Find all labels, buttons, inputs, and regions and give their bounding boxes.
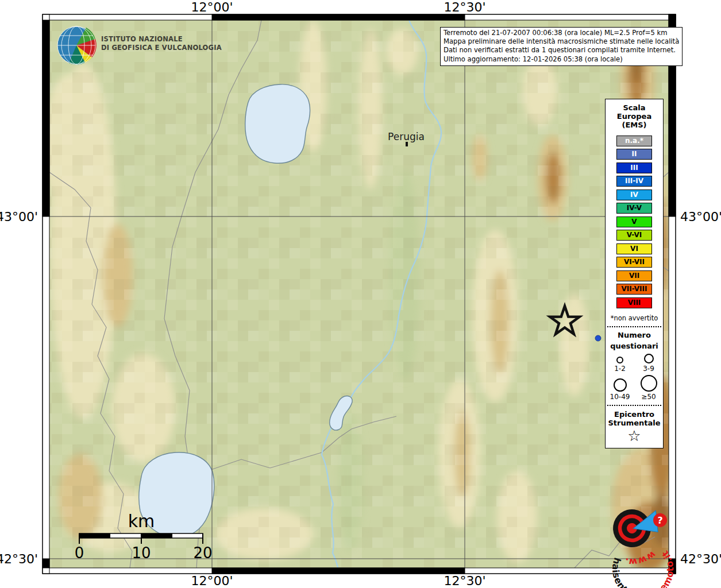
questionnaire-size: 3-9 — [634, 354, 663, 373]
questionnaire-circle-icon — [644, 354, 654, 363]
legend-title: Scala Europea (EMS) — [606, 99, 663, 133]
legend-title-line: Scala — [606, 103, 663, 112]
ingv-name-line2: DI GEOFISICA E VULCANOLOGIA — [101, 44, 222, 52]
lon-label-bottom-1200: 12°00' — [191, 574, 233, 588]
legend-intensity-item: IV-V — [616, 203, 652, 214]
lat-label-left-4300: 43°00' — [0, 210, 38, 224]
ingv-macroseismic-map-page: Perugia 12°00' 12°30' 12°00' 12°30' 43°0… — [0, 0, 721, 588]
ingv-name-line1: ISTITUTO NAZIONALE — [101, 35, 222, 44]
legend-intensity-item: n.a.* — [616, 136, 652, 146]
legend-intensity-item: II — [616, 149, 652, 160]
scale-bar-unit: km — [128, 511, 155, 531]
questionnaire-size-label: 10-49 — [610, 393, 630, 401]
questionnaire-size-label: 3-9 — [643, 365, 654, 373]
logo-question-mark: ? — [657, 515, 663, 526]
lon-label-bottom-1230: 12°30' — [444, 574, 485, 588]
legend-title-line: (EMS) — [606, 121, 663, 129]
city-label-perugia: Perugia — [388, 131, 425, 142]
questionnaire-size: 10-49 — [606, 378, 634, 401]
lat-label-right-4300: 43°00' — [680, 210, 721, 224]
info-line-data: Dati non verificati estratti da 1 questi… — [444, 46, 679, 55]
info-line-event: Terremoto del 21-07-2007 00:06:38 (ora l… — [444, 29, 679, 37]
info-line-maptype: Mappa preliminare delle intensità macros… — [444, 37, 679, 46]
questionnaire-title-line: questionari — [606, 342, 663, 350]
questionnaire-dot — [595, 335, 601, 341]
lat-label-right-4230: 42°30' — [680, 552, 721, 566]
legend-intensity-item: VI-VII — [616, 257, 652, 268]
questionnaire-circle-icon — [641, 375, 657, 392]
questionnaire-circle-icon — [614, 378, 627, 392]
questionnaire-size: 1-2 — [606, 357, 634, 373]
legend-intensity-item: VII-VIII — [616, 284, 652, 295]
info-line-updated: Ultimo aggiornamento: 12-01-2026 05:38 (… — [444, 55, 679, 64]
ingv-wordmark: ISTITUTO NAZIONALE DI GEOFISICA E VULCAN… — [101, 35, 222, 52]
legend-intensity-item: VI — [616, 243, 652, 254]
legend-panel: Scala Europea (EMS) n.a.*IIIIIIII-IVIVIV… — [605, 99, 664, 448]
legend-intensity-item: VII — [616, 270, 652, 281]
legend-divider — [607, 326, 661, 327]
perugia-marker — [406, 142, 408, 146]
legend-footnote: *non avvertito — [606, 314, 663, 322]
legend-intensity-item: V — [616, 216, 652, 227]
scale-tick-10: 10 — [132, 544, 151, 562]
epicenter-title-line: Epicentro — [606, 410, 663, 419]
questionnaire-size-label: 1-2 — [614, 365, 626, 373]
questionnaire-size: ≥50 — [634, 375, 663, 401]
epicenter-star-legend-icon: ☆ — [606, 428, 663, 443]
questionnaire-circle-icon — [616, 357, 623, 363]
legend-intensity-items: n.a.*IIIIIIII-IVIVIV-VVV-VIVIVI-VIIVIIVI… — [606, 136, 663, 308]
questionnaire-size-label: ≥50 — [641, 393, 656, 401]
scale-tick-0: 0 — [75, 544, 84, 562]
legend-intensity-item: V-VI — [616, 230, 652, 241]
questionnaire-title-line: Numero — [606, 331, 663, 339]
legend-intensity-item: IV — [616, 189, 652, 200]
legend-title-line: Europea — [606, 112, 663, 121]
lon-label-top-1230: 12°30' — [444, 0, 485, 14]
questionnaire-sizes: 1-23-910-49≥50 — [606, 354, 663, 401]
lat-label-left-4230: 42°30' — [0, 552, 38, 566]
lon-label-top-1200: 12°00' — [191, 0, 233, 14]
epicenter-title-line: Strumentale — [606, 419, 663, 427]
terrain-layer — [43, 20, 675, 574]
legend-intensity-item: VIII — [616, 297, 652, 308]
earthquake-info-box: Terremoto del 21-07-2007 00:06:38 (ora l… — [440, 27, 683, 66]
legend-intensity-item: III-IV — [616, 176, 652, 187]
lake-trasimeno — [245, 84, 310, 163]
legend-intensity-item: III — [616, 163, 652, 173]
scale-tick-20: 20 — [193, 544, 212, 562]
legend-divider — [607, 405, 661, 406]
